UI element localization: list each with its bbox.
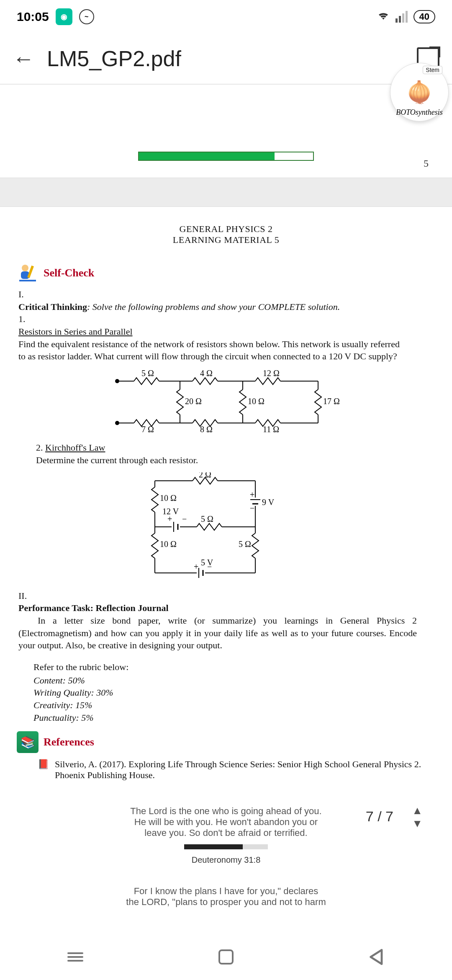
- rubric-creativity: Creativity: 15%: [33, 699, 435, 712]
- svg-text:5 Ω: 5 Ω: [239, 539, 251, 549]
- battery-level: 40: [413, 10, 435, 23]
- page-down-icon[interactable]: ▼: [412, 817, 423, 830]
- q2-text: Determine the current through each resis…: [36, 455, 198, 465]
- svg-text:5 Ω: 5 Ω: [201, 514, 213, 524]
- page-gap: [0, 178, 452, 207]
- bullet-icon: 📕: [38, 759, 49, 781]
- page-preview-top: 5: [0, 85, 452, 178]
- page-up-icon[interactable]: ▲: [412, 804, 423, 817]
- svg-text:9 V: 9 V: [262, 498, 275, 507]
- svg-point-0: [22, 265, 28, 271]
- svg-text:10 Ω: 10 Ω: [160, 493, 177, 503]
- page-number-label: 5: [424, 158, 429, 169]
- pdf-page[interactable]: GENERAL PHYSICS 2 LEARNING MATERIAL 5 Se…: [0, 207, 452, 916]
- references-title: References: [44, 736, 94, 748]
- q1-text: Find the equivalent resistance of the ne…: [18, 339, 400, 362]
- svg-text:4 Ω: 4 Ω: [200, 369, 213, 378]
- svg-text:17 Ω: 17 Ω: [323, 397, 340, 406]
- circuit-diagram-2: 2 Ω + 9 V − 10 Ω + 12 V − 5 Ω 10 Ω: [142, 472, 435, 581]
- status-bar: 10:05 ◉ ~ 40: [0, 0, 452, 34]
- svg-text:−: −: [250, 503, 254, 513]
- selfcheck-title: Self-Check: [44, 267, 94, 279]
- svg-text:−: −: [207, 562, 212, 571]
- section-I-num: I.: [18, 288, 35, 301]
- circuit-diagram-1: 5 Ω 4 Ω 12 Ω 20 Ω 10 Ω 17 Ω 7 Ω 8 Ω 11 Ω: [109, 369, 435, 436]
- q2-title: Kirchhoff's Law: [45, 442, 105, 453]
- rubric-content: Content: 50%: [33, 674, 435, 687]
- section-II-label: Performance Task: Reflection Journal: [18, 603, 169, 613]
- page-nav-arrows[interactable]: ▲ ▼: [412, 804, 423, 830]
- section-II-num: II.: [18, 590, 35, 602]
- q1-num: 1.: [18, 313, 31, 325]
- svg-text:−: −: [182, 514, 187, 524]
- doc-heading: GENERAL PHYSICS 2 LEARNING MATERIAL 5: [17, 224, 435, 245]
- section-II-text: In a letter size bond paper, write (or s…: [18, 614, 417, 652]
- app-header: ← LM5_GP2.pdf Stem 🧅 BOTOsynthesis: [0, 34, 452, 84]
- document-title: LM5_GP2.pdf: [47, 46, 404, 71]
- quote1-line3: leave you. So don't be afraid or terrifi…: [84, 828, 368, 838]
- signal-icon: [396, 11, 408, 23]
- verse-reference-1: Deuteronomy 31:8: [84, 855, 368, 865]
- pdf-load-progress: [138, 152, 314, 161]
- svg-point-20: [115, 421, 119, 425]
- svg-text:5 Ω: 5 Ω: [141, 369, 154, 378]
- svg-text:10 Ω: 10 Ω: [248, 397, 265, 406]
- reference-text: Silverio, A. (2017). Exploring Life Thro…: [55, 759, 435, 781]
- rubric-punctuality: Punctuality: 5%: [33, 712, 435, 724]
- references-icon: 📚: [17, 731, 39, 753]
- svg-point-3: [115, 379, 119, 383]
- pdf-load-progress-fill: [139, 152, 275, 160]
- back-button[interactable]: ←: [13, 46, 34, 71]
- svg-text:10 Ω: 10 Ω: [160, 539, 177, 549]
- svg-text:+: +: [250, 490, 254, 499]
- quote1-line1: The Lord is the one who is going ahead o…: [84, 806, 368, 817]
- doc-heading-line2: LEARNING MATERIAL 5: [17, 235, 435, 245]
- section-I-instr: : Solve the following problems and show …: [87, 302, 340, 312]
- q1-title: Resistors in Series and Parallel: [18, 326, 133, 337]
- messenger-icon: ~: [79, 9, 94, 24]
- svg-text:12 V: 12 V: [162, 507, 179, 516]
- quote1-line2: He will be with you. He won't abandon yo…: [84, 817, 368, 828]
- recents-button[interactable]: [65, 947, 85, 967]
- reference-item: 📕 Silverio, A. (2017). Exploring Life Th…: [38, 759, 435, 781]
- q2-num: 2.: [36, 442, 43, 453]
- rubric-block: Refer to the rubric below: Content: 50% …: [33, 661, 435, 724]
- svg-text:12 Ω: 12 Ω: [263, 369, 280, 378]
- wifi-icon: [377, 10, 390, 23]
- back-nav-button[interactable]: [367, 947, 387, 967]
- doc-heading-line1: GENERAL PHYSICS 2: [17, 224, 435, 235]
- rubric-writing: Writing Quality: 30%: [33, 686, 435, 699]
- svg-text:20 Ω: 20 Ω: [185, 397, 202, 406]
- quote2-line2: the LORD, "plans to prosper you and not …: [84, 897, 368, 908]
- home-button[interactable]: [216, 947, 236, 967]
- system-nav-bar: [0, 934, 452, 980]
- quote-progress-bar: [184, 844, 268, 849]
- quote2-line1: For I know the plans I have for you," de…: [84, 886, 368, 897]
- svg-text:+: +: [194, 562, 198, 571]
- doc-footer: The Lord is the one who is going ahead o…: [17, 806, 435, 908]
- camera-app-icon: ◉: [56, 8, 72, 25]
- svg-text:2 Ω: 2 Ω: [199, 472, 211, 479]
- chat-head-tag: Stem: [423, 66, 442, 74]
- svg-text:8 Ω: 8 Ω: [200, 425, 213, 434]
- page-counter: 7 / 7: [366, 808, 393, 825]
- svg-text:11 Ω: 11 Ω: [263, 425, 279, 434]
- section-I-label: Critical Thinking: [18, 302, 87, 312]
- rubric-head: Refer to the rubric below:: [33, 661, 435, 673]
- status-time: 10:05: [17, 10, 49, 24]
- svg-text:7 Ω: 7 Ω: [141, 425, 154, 434]
- selfcheck-icon: [17, 262, 39, 284]
